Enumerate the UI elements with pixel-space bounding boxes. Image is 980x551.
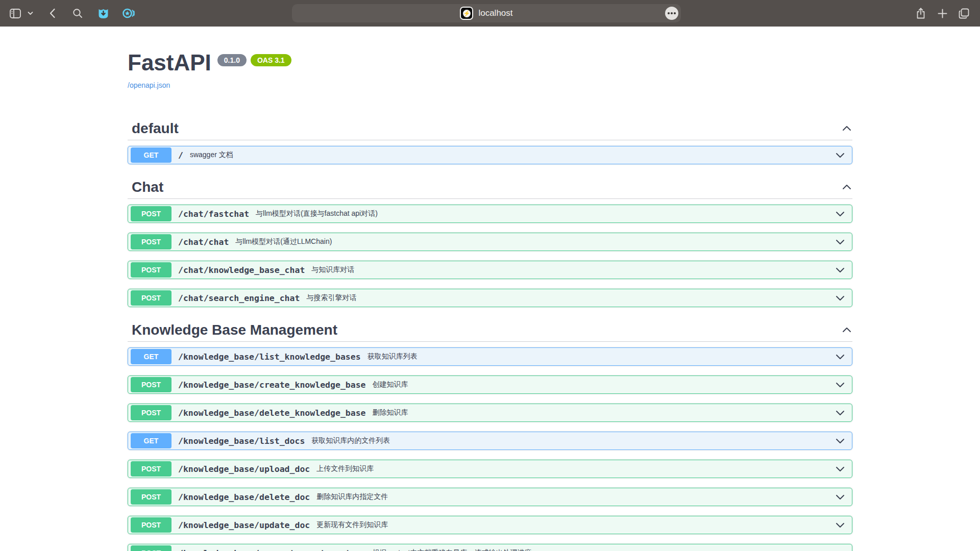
endpoint-path: /chat/knowledge_base_chat — [178, 265, 305, 275]
endpoint-path: /chat/search_engine_chat — [178, 293, 300, 303]
endpoint-row[interactable]: POST /chat/search_engine_chat 与搜索引擎对话 — [128, 289, 852, 307]
endpoint-row[interactable]: POST /knowledge_base/upload_doc 上传文件到知识库 — [128, 460, 852, 478]
lightning-bolt-icon: ⚡ — [463, 10, 471, 17]
endpoint-summary: 获取知识库列表 — [368, 352, 418, 361]
chevron-down-icon[interactable] — [835, 236, 846, 247]
version-badge: 0.1.0 — [217, 54, 247, 66]
share-button[interactable] — [913, 5, 929, 21]
swagger-page: FastAPI 0.1.0 OAS 3.1 /openapi.json defa… — [0, 27, 980, 551]
chevron-down-icon[interactable] — [835, 547, 846, 551]
sidebar-menu-chevron-button[interactable] — [26, 5, 35, 21]
endpoint-summary: 上传文件到知识库 — [316, 464, 374, 473]
method-badge: GET — [131, 433, 172, 448]
endpoint-row[interactable]: POST /knowledge_base/update_doc 更新现有文件到知… — [128, 516, 852, 534]
search-icon — [72, 8, 83, 18]
chevron-down-icon — [28, 11, 33, 15]
endpoint-path: /knowledge_base/upload_doc — [178, 464, 310, 474]
endpoint-row[interactable]: POST /chat/knowledge_base_chat 与知识库对话 — [128, 261, 852, 279]
endpoint-row[interactable]: POST /chat/chat 与llm模型对话(通过LLMChain) — [128, 233, 852, 251]
endpoint-row[interactable]: POST /chat/fastchat 与llm模型对话(直接与fastchat… — [128, 205, 852, 223]
share-icon — [916, 8, 925, 19]
chevron-up-icon[interactable] — [841, 324, 852, 336]
method-badge: POST — [131, 405, 172, 420]
endpoint-row[interactable]: GET /knowledge_base/list_docs 获取知识库内的文件列… — [128, 432, 852, 450]
section-header[interactable]: Chat — [128, 174, 852, 199]
endpoint-list: GET / swagger 文档 — [128, 146, 852, 164]
extension-shield-icon — [98, 8, 109, 19]
chevron-down-icon[interactable] — [835, 491, 846, 503]
endpoint-row[interactable]: POST /knowledge_base/create_knowledge_ba… — [128, 375, 852, 394]
endpoint-row[interactable]: GET /knowledge_base/list_knowledge_bases… — [128, 347, 852, 366]
endpoint-path: /knowledge_base/recreate_vector_store — [178, 548, 366, 551]
method-badge: POST — [131, 290, 172, 306]
chevron-down-icon[interactable] — [835, 351, 846, 362]
api-section: Chat POST /chat/fastchat 与llm模型对话(直接与fas… — [128, 174, 852, 307]
section-title: Knowledge Base Management — [132, 323, 337, 337]
chevron-down-icon[interactable] — [835, 463, 846, 474]
search-button[interactable] — [69, 5, 86, 21]
page-title: FastAPI — [128, 51, 211, 74]
site-favicon: ⚡ — [460, 7, 473, 20]
method-badge: POST — [131, 234, 172, 249]
method-badge: GET — [131, 349, 172, 364]
endpoint-path: /knowledge_base/create_knowledge_base — [178, 380, 366, 390]
chevron-down-icon[interactable] — [835, 292, 846, 304]
extension-broadcast-icon — [122, 8, 135, 19]
tab-overview-button[interactable] — [955, 5, 972, 21]
address-bar[interactable]: ⚡ localhost — [292, 4, 681, 22]
endpoint-list: GET /knowledge_base/list_knowledge_bases… — [128, 347, 852, 551]
sidebar-toggle-button[interactable] — [7, 5, 23, 21]
endpoint-row[interactable]: POST /knowledge_base/delete_doc 删除知识库内指定… — [128, 488, 852, 506]
endpoint-summary: swagger 文档 — [190, 151, 233, 160]
extension-shield-button[interactable] — [95, 5, 111, 21]
method-badge: POST — [131, 545, 172, 551]
chevron-down-icon[interactable] — [835, 407, 846, 418]
new-tab-icon — [938, 9, 947, 18]
section-title: default — [132, 121, 179, 136]
section-header[interactable]: Knowledge Base Management — [128, 317, 852, 342]
endpoint-path: /chat/chat — [178, 237, 229, 247]
endpoint-summary: 与搜索引擎对话 — [306, 293, 356, 303]
endpoint-path: /knowledge_base/list_docs — [178, 436, 305, 446]
endpoint-path: /knowledge_base/update_doc — [178, 520, 310, 530]
endpoint-row[interactable]: GET / swagger 文档 — [128, 146, 852, 164]
url-text: localhost — [478, 8, 512, 18]
endpoint-summary: 与llm模型对话(通过LLMChain) — [235, 237, 332, 246]
endpoint-summary: 删除知识库内指定文件 — [316, 492, 388, 502]
openapi-spec-link[interactable]: /openapi.json — [128, 81, 170, 89]
method-badge: GET — [131, 147, 172, 163]
method-badge: POST — [131, 517, 172, 533]
endpoint-summary: 与知识库对话 — [311, 265, 354, 274]
section-header[interactable]: default — [128, 115, 852, 140]
chevron-down-icon[interactable] — [835, 149, 846, 161]
endpoint-row[interactable]: POST /knowledge_base/delete_knowledge_ba… — [128, 404, 852, 422]
endpoint-summary: 根据content中文档重建向量库，流式输出处理进度。 — [373, 548, 539, 551]
chevron-down-icon[interactable] — [835, 379, 846, 390]
browser-toolbar: ⚡ localhost — [0, 0, 980, 27]
back-icon — [49, 8, 56, 18]
chevron-down-icon[interactable] — [835, 208, 846, 219]
endpoint-summary: 创建知识库 — [373, 380, 408, 389]
section-title: Chat — [132, 180, 163, 194]
chevron-down-icon[interactable] — [835, 519, 846, 531]
chevron-down-icon[interactable] — [835, 435, 846, 446]
method-badge: POST — [131, 377, 172, 392]
endpoint-summary: 与llm模型对话(直接与fastchat api对话) — [256, 209, 378, 218]
method-badge: POST — [131, 206, 172, 221]
chevron-up-icon[interactable] — [841, 123, 852, 134]
endpoint-summary: 删除知识库 — [373, 408, 408, 417]
tab-overview-icon — [959, 8, 969, 19]
extension-broadcast-button[interactable] — [120, 5, 137, 21]
new-tab-button[interactable] — [934, 5, 950, 21]
endpoint-summary: 更新现有文件到知识库 — [316, 520, 388, 530]
endpoint-path: /knowledge_base/delete_doc — [178, 492, 310, 502]
page-options-button[interactable] — [665, 7, 678, 20]
endpoint-list: POST /chat/fastchat 与llm模型对话(直接与fastchat… — [128, 205, 852, 307]
back-button[interactable] — [44, 5, 60, 21]
chevron-up-icon[interactable] — [841, 182, 852, 193]
endpoint-row[interactable]: POST /knowledge_base/recreate_vector_sto… — [128, 544, 852, 551]
chevron-down-icon[interactable] — [835, 264, 846, 276]
api-section: default GET / swagger 文档 — [128, 115, 852, 164]
api-sections: default GET / swagger 文档 Chat — [128, 115, 852, 551]
endpoint-path: /chat/fastchat — [178, 209, 249, 219]
